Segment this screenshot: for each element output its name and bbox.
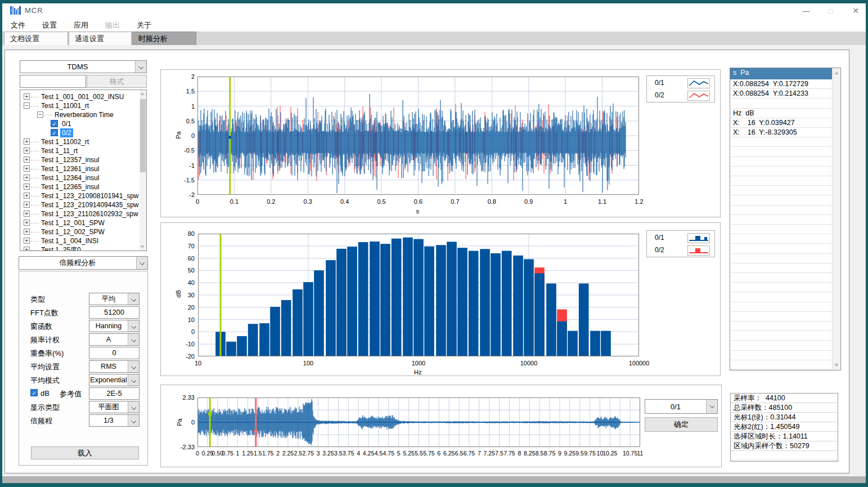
expand-icon[interactable]: + xyxy=(24,138,30,145)
average-mode-select[interactable]: Exponential xyxy=(89,374,140,386)
readout-scrollbar[interactable] xyxy=(832,68,840,370)
readout-row[interactable] xyxy=(730,186,832,195)
readout-row[interactable] xyxy=(730,263,832,273)
window-function-select[interactable]: Hanning xyxy=(89,320,140,332)
file-tree[interactable]: +Test 1_001_001_002_INSU−Test 1_11001_rt… xyxy=(20,90,147,251)
readout-row[interactable] xyxy=(730,234,832,244)
tree-item[interactable]: +Test 1_11_rt xyxy=(20,146,138,155)
readout-row[interactable]: Hz dB xyxy=(730,109,832,118)
expand-icon[interactable]: + xyxy=(24,157,30,163)
fft-points-input[interactable]: 51200 xyxy=(89,306,140,319)
readout-row[interactable] xyxy=(730,292,832,302)
readout-row[interactable]: X:0.088254 Y:0.214233 xyxy=(730,89,832,99)
minimize-button[interactable]: — xyxy=(797,5,816,17)
tree-item[interactable]: −Test 1_11001_rt xyxy=(20,101,138,110)
readout-row[interactable] xyxy=(730,331,832,341)
collapse-icon[interactable]: − xyxy=(24,102,30,109)
tree-item[interactable]: −Reverberation Time xyxy=(20,110,138,119)
expand-icon[interactable]: + xyxy=(24,238,30,244)
chevron-down-icon[interactable] xyxy=(128,320,139,332)
scroll-thumb[interactable] xyxy=(140,99,146,172)
readout-row[interactable] xyxy=(730,360,832,370)
file-format-select[interactable]: TDMS xyxy=(20,60,147,73)
time-waveform-plot[interactable] xyxy=(197,77,639,195)
readout-row[interactable] xyxy=(730,205,832,215)
confirm-button[interactable]: 确定 xyxy=(645,417,718,432)
scroll-down-icon[interactable] xyxy=(834,364,839,367)
readout-row[interactable]: X: 16 Y:0.039427 xyxy=(730,118,832,128)
readout-row[interactable] xyxy=(730,157,832,167)
readout-row[interactable] xyxy=(730,215,832,225)
analysis-type-select[interactable]: 倍频程分析 xyxy=(19,256,148,270)
readout-row[interactable] xyxy=(730,195,832,205)
chevron-down-icon[interactable] xyxy=(128,293,139,305)
chevron-down-icon[interactable] xyxy=(128,361,139,372)
expand-icon[interactable]: + xyxy=(24,148,30,154)
readout-row[interactable] xyxy=(730,167,832,176)
checkbox-checked-icon[interactable]: ✓ xyxy=(51,129,58,136)
menu-item-file[interactable]: 文件 xyxy=(2,20,34,30)
readout-row[interactable] xyxy=(730,254,832,263)
expand-icon[interactable]: + xyxy=(24,202,30,208)
octave-fraction-select[interactable]: 1/3 xyxy=(89,414,140,427)
chevron-down-icon[interactable] xyxy=(135,61,146,73)
readout-row[interactable] xyxy=(730,283,832,292)
readout-row[interactable] xyxy=(730,273,832,283)
expand-icon[interactable]: + xyxy=(24,229,30,235)
readout-row[interactable] xyxy=(730,225,832,234)
readout-row[interactable] xyxy=(730,244,832,253)
octave-spectrum-plot[interactable] xyxy=(198,234,639,356)
menu-item-about[interactable]: 关于 xyxy=(128,20,160,30)
chevron-down-icon[interactable] xyxy=(706,400,717,413)
expand-icon[interactable]: + xyxy=(24,247,30,251)
tree-item[interactable]: +Test 1_12357_insul xyxy=(20,155,138,164)
scroll-up-icon[interactable] xyxy=(834,72,839,74)
chevron-down-icon[interactable] xyxy=(128,401,139,413)
tree-item[interactable]: +Test 1_12361_insul xyxy=(20,164,138,173)
scroll-up-icon[interactable] xyxy=(140,92,145,95)
readout-row[interactable] xyxy=(730,351,832,360)
tree-scrollbar[interactable] xyxy=(140,90,146,251)
cursor-readout-list[interactable]: s PaX:0.088254 Y:0.172729X:0.088254 Y:0.… xyxy=(730,68,841,370)
readout-row[interactable] xyxy=(730,302,832,312)
chevron-down-icon[interactable] xyxy=(136,257,147,269)
frequency-weighting-select[interactable]: A xyxy=(89,333,140,346)
tree-item[interactable]: ✓0/2 xyxy=(20,128,138,137)
readout-header[interactable]: s Pa xyxy=(730,68,832,79)
chevron-down-icon[interactable] xyxy=(128,415,139,426)
tree-item[interactable]: +Test 1_12364_insul xyxy=(20,173,138,182)
readout-row[interactable] xyxy=(730,176,832,186)
load-button[interactable]: 载入 xyxy=(31,446,139,459)
readout-row[interactable] xyxy=(730,321,832,331)
tree-item[interactable]: +Test 1_12365_insul xyxy=(20,182,138,191)
collapse-icon[interactable]: − xyxy=(37,111,43,118)
expand-icon[interactable]: + xyxy=(24,211,30,217)
expand-icon[interactable]: + xyxy=(24,193,30,199)
tree-item[interactable]: +Test 1_12_002_SPW xyxy=(20,227,138,236)
readout-row[interactable] xyxy=(730,99,832,108)
tree-item[interactable]: +Test 1_12_001_SPW xyxy=(20,218,138,227)
channel-select[interactable]: 0/1 xyxy=(645,399,718,414)
expand-icon[interactable]: + xyxy=(24,166,30,172)
chevron-down-icon[interactable] xyxy=(128,374,139,386)
readout-row[interactable]: X: 16 Y:-8.329305 xyxy=(730,128,832,137)
menu-item-settings[interactable]: 设置 xyxy=(34,20,65,30)
tab-time-frequency-analysis[interactable]: 时频分析 xyxy=(132,32,196,45)
expand-icon[interactable]: + xyxy=(24,93,30,100)
tree-item[interactable]: +Test 1_123_210914094435_spw xyxy=(20,200,138,209)
reference-value-input[interactable]: 2E-5 xyxy=(89,387,140,400)
expand-icon[interactable]: + xyxy=(24,184,30,190)
tab-channel-settings[interactable]: 通道设置 xyxy=(69,32,132,45)
maximize-button[interactable]: □ xyxy=(821,5,840,17)
tree-item[interactable]: +Test 1_11002_rt xyxy=(20,137,138,146)
expand-icon[interactable]: + xyxy=(24,175,30,181)
tree-item[interactable]: ✓0/1 xyxy=(20,119,138,128)
close-button[interactable]: ✕ xyxy=(846,5,865,17)
checkbox-checked-icon[interactable]: ✓ xyxy=(51,120,58,127)
scroll-down-icon[interactable] xyxy=(140,245,145,248)
db-checkbox-checked-icon[interactable]: ✓ xyxy=(30,389,38,396)
tab-document-settings[interactable]: 文档设置 xyxy=(4,32,68,45)
tree-item[interactable]: +Test 1_001_001_002_INSU xyxy=(20,92,138,101)
readout-row[interactable] xyxy=(730,341,832,350)
menu-item-application[interactable]: 应用 xyxy=(65,20,97,30)
